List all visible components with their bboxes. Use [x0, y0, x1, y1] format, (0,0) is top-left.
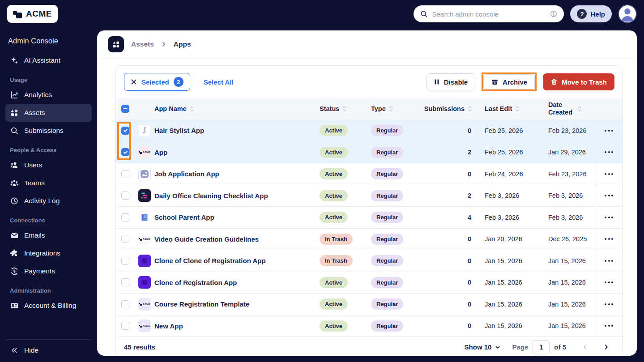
page-total: of 5 — [554, 343, 566, 351]
app-name-link[interactable]: Hair Stylist App — [154, 127, 204, 134]
row-actions-button[interactable] — [602, 322, 616, 329]
archive-icon — [491, 78, 499, 86]
row-actions-button[interactable] — [602, 279, 616, 286]
svg-text:$: $ — [13, 269, 15, 273]
sidebar-item-activity-log[interactable]: Activity Log — [5, 192, 92, 210]
sidebar-title: Admin Console — [5, 34, 92, 51]
person-icon — [619, 5, 636, 22]
table-row: Clone of Registration App Active Regular… — [116, 272, 623, 294]
app-name-link[interactable]: App — [154, 149, 167, 156]
page-size-select[interactable]: Show 10 — [465, 343, 501, 351]
submissions-count: 0 — [421, 279, 478, 286]
column-header-submissions[interactable]: Submissions — [421, 105, 478, 113]
row-checkbox[interactable] — [121, 278, 129, 286]
sidebar-item-emails[interactable]: Emails — [5, 226, 92, 244]
breadcrumb-current-page: Apps — [174, 40, 191, 48]
app-name-link[interactable]: Clone of Registration App — [154, 279, 237, 286]
bulk-actions-toolbar: Selected 2 Select All Disable — [116, 66, 623, 98]
archive-button[interactable]: Archive — [483, 74, 535, 89]
column-header-app-name[interactable]: App Name — [154, 105, 320, 113]
selected-chip[interactable]: Selected 2 — [124, 73, 190, 91]
sidebar-item-account-billing[interactable]: Account & Billing — [5, 297, 92, 315]
status-badge: Active — [320, 147, 348, 158]
sidebar-item-ai-assistant[interactable]: AI Assistant — [5, 51, 92, 69]
row-actions-button[interactable] — [602, 170, 616, 178]
sidebar-item-users[interactable]: Users — [5, 156, 92, 174]
app-name-link[interactable]: Video Guide Creation Guidelines — [154, 235, 259, 243]
app-name-link[interactable]: New App — [154, 322, 183, 330]
row-checkbox[interactable] — [121, 322, 129, 330]
envelope-icon — [10, 231, 19, 240]
type-badge: Regular — [371, 234, 403, 245]
clone-app-icon — [138, 255, 151, 267]
move-to-trash-button[interactable]: Move to Trash — [543, 73, 614, 90]
last-edit-date: Feb 3, 2026 — [478, 214, 542, 221]
column-header-type[interactable]: Type — [371, 105, 421, 113]
submissions-count: 0 — [421, 257, 478, 264]
row-checkbox[interactable] — [121, 127, 129, 135]
row-actions-button[interactable] — [602, 127, 616, 134]
table-row: School Parent App Active Regular 4 Feb 3… — [116, 206, 623, 228]
app-name-link[interactable]: Course Registration Template — [154, 300, 249, 308]
type-badge: Regular — [371, 190, 403, 201]
column-header-date-created[interactable]: Date Created — [542, 101, 595, 116]
row-actions-button[interactable] — [602, 149, 616, 156]
date-created: Feb 3, 2026 — [542, 214, 595, 221]
info-icon[interactable] — [550, 10, 558, 18]
row-checkbox[interactable] — [121, 192, 129, 200]
app-name-link[interactable]: Clone of Clone of Registration App — [154, 257, 266, 264]
puzzle-icon — [10, 249, 19, 258]
search-input[interactable] — [432, 10, 546, 18]
analytics-icon — [10, 90, 19, 99]
row-actions-button[interactable] — [602, 301, 616, 308]
app-name-link[interactable]: School Parent App — [154, 213, 214, 221]
row-checkbox[interactable] — [121, 257, 129, 265]
user-avatar[interactable] — [618, 4, 637, 23]
type-badge: Regular — [371, 277, 403, 288]
status-badge: Active — [320, 125, 348, 136]
sidebar-item-analytics[interactable]: Analytics — [5, 86, 92, 104]
row-actions-button[interactable] — [602, 192, 616, 199]
row-checkbox[interactable] — [121, 235, 129, 243]
column-header-status[interactable]: Status — [320, 105, 371, 113]
sidebar-hide-button[interactable]: Hide — [5, 341, 92, 359]
app-name-link[interactable]: Daily Office Cleaning Checklist App — [154, 192, 268, 200]
date-created: Jan 15, 2026 — [542, 301, 595, 308]
disable-button[interactable]: Disable — [426, 73, 475, 90]
date-created: Feb 23, 2026 — [542, 127, 595, 134]
row-checkbox[interactable] — [121, 300, 129, 308]
sidebar-item-teams[interactable]: Teams — [5, 174, 92, 192]
status-badge: In Trash — [320, 234, 353, 245]
row-checkbox[interactable] — [121, 148, 129, 156]
date-created: Feb 23, 2026 — [542, 170, 595, 178]
submissions-count: 0 — [421, 235, 478, 243]
help-button[interactable]: ? Help — [570, 5, 612, 22]
previous-page-button[interactable] — [577, 341, 593, 353]
clear-selection-icon[interactable] — [131, 79, 137, 85]
row-actions-button[interactable] — [602, 235, 616, 243]
trash-icon — [550, 78, 558, 85]
app-name-link[interactable]: Job Application App — [154, 170, 219, 178]
select-all-button[interactable]: Select All — [204, 78, 234, 86]
sidebar-item-payments[interactable]: $ Payments — [5, 262, 92, 280]
column-header-last-edit[interactable]: Last Edit — [478, 105, 542, 113]
admin-search — [414, 5, 564, 22]
breadcrumb-assets-link[interactable]: Assets — [131, 40, 154, 48]
sidebar-item-assets[interactable]: Assets — [5, 104, 92, 122]
sidebar-item-integrations[interactable]: Integrations — [5, 244, 92, 262]
row-checkbox[interactable] — [121, 170, 129, 178]
acme-app-icon: ACME — [138, 146, 151, 158]
sidebar-item-submissions[interactable]: Submissions — [5, 122, 92, 140]
row-actions-button[interactable] — [602, 214, 616, 221]
row-actions-button[interactable] — [602, 257, 616, 264]
page-number-input[interactable] — [533, 340, 550, 354]
row-checkbox[interactable] — [121, 213, 129, 221]
chevron-right-icon — [161, 42, 166, 47]
submissions-count: 4 — [421, 214, 478, 221]
sort-icon — [577, 106, 582, 112]
select-all-checkbox[interactable] — [121, 105, 129, 113]
table-header: App Name Status Type Submissions Last Ed — [116, 98, 623, 119]
chevron-down-icon — [495, 345, 500, 350]
next-page-button[interactable] — [598, 341, 614, 353]
table-row: ACME Video Guide Creation Guidelines In … — [116, 228, 623, 250]
